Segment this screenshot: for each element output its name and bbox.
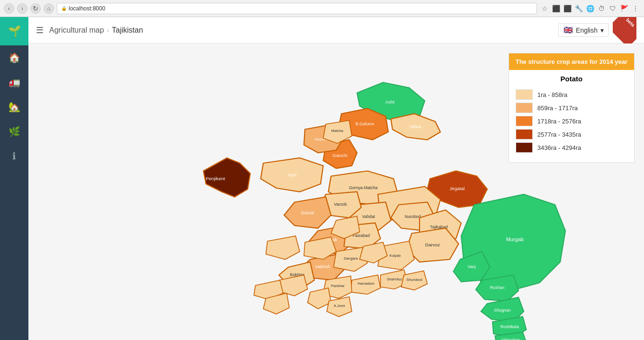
bookmark-icon[interactable]: ☆	[540, 4, 549, 13]
address-bar[interactable]: 🔒 localhost:8000	[57, 3, 537, 14]
label-varzob: Varzob	[334, 202, 347, 207]
ext7-icon[interactable]: 🚩	[619, 4, 629, 13]
label-jirgatal: Jirgatal	[449, 186, 465, 191]
label-vakhsh: Vakhsh	[315, 264, 330, 269]
legend-label-3: 1718ra - 2576ra	[537, 118, 581, 125]
label-kulyab: Kulyab	[390, 253, 401, 258]
legend-swatch-4	[516, 129, 533, 139]
sidebar-logo[interactable]: 🌱	[0, 17, 28, 45]
forward-button[interactable]: ›	[17, 3, 27, 14]
legend-item-3: 1718ra - 2576ra	[516, 116, 627, 126]
lock-icon: 🔒	[61, 6, 67, 11]
sidebar-item-farm[interactable]: 🏡	[0, 95, 28, 119]
breadcrumb-current: Tajikistan	[112, 26, 143, 35]
label-rushan: Rushan	[490, 285, 504, 290]
legend-label-2: 859ra - 1717ra	[537, 105, 578, 112]
home-browser-button[interactable]: ⌂	[44, 3, 54, 14]
legend-item-5: 3436ra - 4294ra	[516, 142, 627, 153]
main-content: ☰ Agricultural map › Tajikistan 🇬🇧 Engli…	[28, 17, 644, 340]
language-selector[interactable]: 🇬🇧 English ▾	[558, 23, 609, 37]
legend-item-4: 2577ra - 3435ra	[516, 129, 627, 139]
lang-label: English	[576, 26, 598, 34]
label-gornya-matcha: Gornya-Matcha	[349, 185, 378, 190]
breadcrumb: Agricultural map › Tajikistan	[49, 26, 143, 35]
reload-button[interactable]: ↻	[30, 3, 41, 14]
menu-dots-icon[interactable]: ⋮	[631, 4, 640, 13]
label-dangara: Dangara	[344, 256, 358, 261]
legend-header: The structure crop areas for 2014 year	[509, 53, 634, 70]
dropdown-arrow-icon: ▾	[600, 26, 604, 34]
legend-label-1: 1ra - 858ra	[537, 91, 568, 98]
label-darvoz: Darvoz	[425, 242, 440, 247]
ext1-icon[interactable]: ⬛	[551, 4, 561, 13]
label-vanj: Vanj	[468, 264, 476, 269]
sidebar: 🌱 🏠 🚛 🏡 🌿 ℹ	[0, 17, 28, 340]
back-button[interactable]: ‹	[4, 3, 14, 14]
label-murgab: Murgab	[506, 236, 524, 242]
breadcrumb-separator: ›	[107, 26, 109, 34]
flag-icon: 🇬🇧	[564, 26, 573, 35]
label-hamadoni: Hamadoni	[358, 281, 374, 286]
label-shugnan: Shugnan	[494, 308, 510, 313]
label-ayni: Ayni	[287, 172, 296, 177]
label-gissar: Gissar	[301, 210, 314, 215]
legend-label-5: 3436ra - 4294ra	[537, 144, 581, 151]
ext3-icon[interactable]: 🔧	[574, 4, 583, 13]
header: ☰ Agricultural map › Tajikistan 🇬🇧 Engli…	[28, 17, 644, 44]
label-isfara: Isfara	[410, 124, 421, 129]
url-text: localhost:8000	[69, 5, 105, 12]
label-pankhar: Pankhar	[331, 284, 345, 288]
sidebar-item-leaf[interactable]: 🌿	[0, 119, 28, 144]
ext4-icon[interactable]: 🌐	[585, 4, 595, 13]
label-shahrituz: Shahrituz	[387, 277, 402, 281]
legend-crop-name: Potato	[509, 70, 634, 85]
legend-items: 1ra - 858ra 859ra - 1717ra 1718ra - 2576…	[509, 85, 634, 162]
region-khuroson[interactable]	[266, 236, 300, 260]
ext2-icon[interactable]: ⬛	[563, 4, 572, 13]
label-nurobod: Nurobod	[405, 214, 421, 219]
label-ishkashim: Ishkashim	[501, 338, 520, 340]
label-matcha: Matcha	[331, 129, 344, 133]
label-ganchi: Ganchi	[332, 153, 347, 158]
label-penjikent: Penjikent	[206, 176, 225, 181]
sidebar-item-home[interactable]: 🏠	[0, 45, 28, 70]
ext5-icon[interactable]: ⏱	[597, 4, 606, 13]
legend-item-2: 859ra - 1717ra	[516, 103, 627, 113]
header-right: 🇬🇧 English ▾ beta	[558, 17, 636, 44]
label-asht: Asht	[385, 99, 394, 105]
label-roshtkala: Roshtkala	[501, 324, 519, 329]
legend-item-1: 1ra - 858ra	[516, 89, 627, 100]
legend-swatch-3	[516, 116, 533, 126]
sidebar-item-truck[interactable]: 🚛	[0, 70, 28, 95]
app-container: 🌱 🏠 🚛 🏡 🌿 ℹ ☰ Agricultural map › Tajikis…	[0, 17, 644, 340]
ext6-icon[interactable]: 🛡	[608, 4, 617, 13]
legend-swatch-5	[516, 142, 533, 153]
sidebar-item-info[interactable]: ℹ	[0, 144, 28, 168]
region-kushoniyon[interactable]	[308, 288, 331, 309]
browser-chrome: ‹ › ↻ ⌂ 🔒 localhost:8000 ☆ ⬛ ⬛ 🔧 🌐 ⏱ 🛡 🚩…	[0, 0, 644, 17]
legend-swatch-1	[516, 89, 533, 100]
logo-icon: 🌱	[8, 25, 21, 37]
label-bgafurov: B.Gafurov	[356, 122, 375, 126]
label-ajomi: A.Jomi	[334, 304, 345, 308]
legend-swatch-2	[516, 103, 533, 113]
breadcrumb-parent[interactable]: Agricultural map	[49, 26, 104, 35]
browser-toolbar: ☆ ⬛ ⬛ 🔧 🌐 ⏱ 🛡 🚩 ⋮	[540, 4, 640, 13]
label-vahdat: Vahdat	[362, 214, 376, 219]
label-shurobod: Shurobod	[406, 278, 422, 282]
header-left: ☰ Agricultural map › Tajikistan	[36, 25, 143, 35]
menu-button[interactable]: ☰	[36, 25, 44, 35]
map-area: The structure crop areas for 2014 year P…	[28, 44, 644, 340]
legend: The structure crop areas for 2014 year P…	[509, 53, 635, 163]
legend-label-4: 2577ra - 3435ra	[537, 131, 581, 138]
